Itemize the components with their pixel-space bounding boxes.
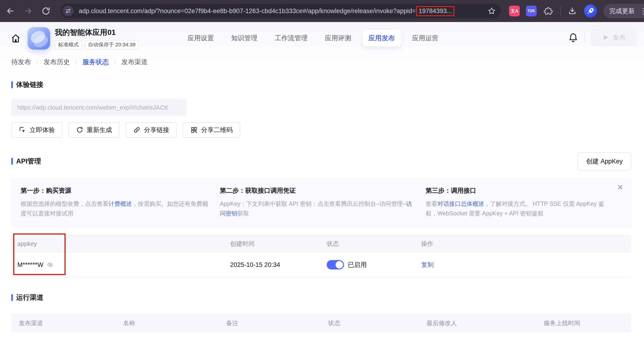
experience-section-title: 体验链接 [11,80,631,89]
tab-knowledge[interactable]: 知识管理 [225,30,264,46]
update-browser-label: 完成更新 [609,7,635,15]
link-icon [133,126,140,134]
appkey-masked-value: M******W [17,261,43,269]
share-qrcode-label: 分享二维码 [201,126,233,134]
browser-toolbar-right: 文A TDK 完成更新 ⋮ [509,4,644,18]
main-nav-tabs: 应用设置 知识管理 工作流管理 应用评测 应用发布 应用运营 [182,30,444,46]
page-title: 我的智能体应用01 [55,27,139,38]
share-qrcode-button[interactable]: 分享二维码 [183,122,240,138]
col-channel-status: 状态 [328,319,426,327]
api-overview-link[interactable]: 对话接口总体概述 [437,200,484,207]
channels-section-title: 运行渠道 [11,293,631,302]
step-1-desc-pre: 根据您选择的模型收费，点击查看 [20,200,108,207]
col-online-time: 服务上线时间 [544,319,631,327]
table-row: M******W 2025-10-15 20:34 已启用 复制 [11,253,631,278]
api-management-section: API管理 创建 AppKey 第一步：购买资源 根据您选择的模型收费，点击查看… [11,152,631,278]
app-header: 我的智能体应用01 标准模式 自动保存于 20:34:39 应用设置 知识管理 … [0,22,644,50]
refresh-icon [76,126,84,134]
col-actions: 操作 [421,240,631,248]
experience-url-field[interactable]: https://adp.cloud.tencent.com/webim_exp/… [11,99,186,116]
subnav-service-status[interactable]: 服务状态 [82,58,109,66]
status-cell: 已启用 [327,260,421,270]
tab-release[interactable]: 应用发布 [362,30,401,46]
subnav-history[interactable]: 发布历史 [44,58,70,66]
running-channels-section: 运行渠道 发布渠道 名称 备注 状态 最后修改人 服务上线时间 [11,293,631,332]
created-time-value: 2025-10-15 20:34 [230,261,327,269]
copy-appkey-link[interactable]: 复制 [421,261,631,269]
eye-off-icon[interactable] [47,261,54,268]
api-steps-panel: 第一步：购买资源 根据您选择的模型收费，点击查看计费概述，按需购买。如您还有免费… [11,178,631,228]
section-title-bar [11,158,13,165]
notifications-bell-icon[interactable] [568,32,578,43]
mode-badge: 标准模式 [55,40,82,49]
publish-button[interactable]: 发布 [591,29,637,46]
subnav-divider [37,59,38,65]
send-icon [602,34,609,41]
col-status: 状态 [327,240,421,248]
subnav-pending[interactable]: 待发布 [11,58,31,66]
update-browser-button[interactable]: 完成更新 ⋮ [603,4,644,18]
col-publish-channel: 发布渠道 [19,319,123,327]
api-section-title: API管理 [11,157,41,166]
tab-evaluation[interactable]: 应用评测 [319,30,358,46]
back-icon[interactable] [5,5,16,17]
appkey-table-header: appkey 创建时间 状态 操作 [11,235,631,253]
tab-workflow[interactable]: 工作流管理 [269,30,314,46]
extensions-puzzle-icon[interactable] [543,5,554,17]
step-3-desc-pre: 查看 [426,200,437,207]
subnav-channels[interactable]: 发布渠道 [122,58,148,66]
try-now-button[interactable]: 立即体验 [11,122,62,138]
regenerate-label: 重新生成 [87,126,112,134]
step-2-desc-pre: AppKey：下文列表中获取 API 密钥：点击查看腾讯云控制台–访问管理– [220,200,406,207]
col-appkey: appkey [17,240,230,248]
step-3-title: 第三步：调用接口 [426,186,622,195]
qr-code-icon [190,126,198,134]
appkey-table: appkey 创建时间 状态 操作 M******W 2025-10-15 20… [11,235,631,278]
col-last-editor: 最后修改人 [426,319,544,327]
profile-avatar-rocket-icon[interactable] [584,4,597,17]
appid-redbox-annotation: 19784393... [416,6,454,16]
step-2-title: 第二步：获取接口调用凭证 [220,186,426,195]
url-text: adp.cloud.tencent.com/adp/?nounce=02e7f9… [79,6,483,16]
site-info-icon[interactable] [63,5,74,16]
enable-toggle[interactable] [327,260,344,270]
address-bar[interactable]: adp.cloud.tencent.com/adp/?nounce=02e7f9… [60,4,501,18]
subnav-divider [76,59,76,65]
forward-icon[interactable] [22,5,34,17]
tab-operations[interactable]: 应用运营 [406,30,444,46]
app-logo [28,27,50,50]
step-1-desc: 根据您选择的模型收费，点击查看计费概述，按需购买。如您还有免费额度可以直接对接试… [20,199,220,218]
browser-menu-icon[interactable]: ⋮ [639,7,644,15]
bookmark-star-icon[interactable] [486,5,497,17]
browser-nav-buttons [5,5,52,17]
home-icon[interactable] [10,33,21,44]
step-2-desc-post: 获取 [238,210,249,217]
share-link-button[interactable]: 分享链接 [126,122,177,138]
col-remark: 备注 [226,319,328,327]
step-2-desc: AppKey：下文列表中获取 API 密钥：点击查看腾讯云控制台–访问管理–访问… [220,199,426,218]
release-subnav: 待发布 发布历史 服务状态 发布渠道 [0,50,644,66]
downloads-icon[interactable] [567,5,578,17]
create-appkey-button[interactable]: 创建 AppKey [578,152,631,170]
section-title-bar [11,81,13,88]
refresh-icon[interactable] [40,5,52,17]
billing-overview-link[interactable]: 计费概述 [108,200,132,207]
share-link-label: 分享链接 [144,126,169,134]
status-label: 已启用 [348,261,367,269]
experience-link-section: 体验链接 https://adp.cloud.tencent.com/webim… [11,80,631,138]
experience-title-text: 体验链接 [16,80,43,89]
translate-extension-icon[interactable]: 文A [509,5,520,16]
tab-app-settings[interactable]: 应用设置 [182,30,220,46]
header-divider [584,32,585,43]
url-base: adp.cloud.tencent.com/adp/?nounce=02e7f9… [79,7,416,15]
step-1-title: 第一步：购买资源 [20,186,220,195]
channels-title-text: 运行渠道 [16,293,43,302]
browser-chrome: adp.cloud.tencent.com/adp/?nounce=02e7f9… [0,0,644,22]
close-icon[interactable]: ✕ [617,184,624,191]
regenerate-button[interactable]: 重新生成 [68,122,120,138]
autosave-badge: 自动保存于 20:34:39 [85,40,139,49]
toolbar-divider [560,6,560,16]
tdk-extension-icon[interactable]: TDK [526,5,537,16]
publish-button-label: 发布 [612,33,626,42]
step-3-desc: 查看对话接口总体概述，了解对接方式。 HTTP SSE 仅需 AppKey 鉴权… [426,199,622,218]
